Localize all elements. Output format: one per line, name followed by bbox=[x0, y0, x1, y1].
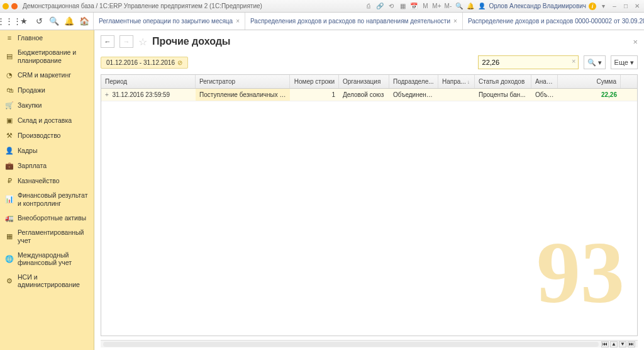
calc-icon[interactable]: ▦ bbox=[398, 2, 407, 11]
main-toolbar: ⋮⋮⋮ ★ ↺ 🔍 🔔 🏠 Регламентные операции по з… bbox=[0, 13, 644, 30]
col-registrator[interactable]: Регистратор bbox=[196, 75, 290, 88]
col-line[interactable]: Номер строки bbox=[290, 75, 339, 88]
col-sum[interactable]: Сумма bbox=[558, 75, 621, 88]
sidebar-item-production[interactable]: ⚒Производство bbox=[0, 128, 94, 143]
cart-icon: 🛒 bbox=[5, 101, 14, 110]
clear-date-icon[interactable]: ⊘ bbox=[177, 59, 182, 66]
sidebar-item-finance[interactable]: 📊Финансовый результат и контроллинг bbox=[0, 188, 94, 210]
watermark: 93 bbox=[536, 222, 625, 323]
nav-forward-button[interactable]: → bbox=[119, 35, 133, 48]
col-direction[interactable]: Напра...↓ bbox=[438, 75, 475, 88]
close-icon[interactable]: × bbox=[453, 18, 457, 25]
more-button[interactable]: Еще ▾ bbox=[611, 55, 638, 69]
app-dot-1 bbox=[3, 3, 9, 9]
nav-back-button[interactable]: ← bbox=[101, 35, 114, 48]
regulated-icon: ▦ bbox=[5, 232, 14, 241]
maximize-icon[interactable]: □ bbox=[621, 2, 630, 11]
app-dot-2 bbox=[11, 3, 18, 9]
tab-bar: Регламентные операции по закрытию месяца… bbox=[94, 13, 644, 30]
page-title: Прочие доходы bbox=[152, 36, 231, 47]
sidebar-item-assets[interactable]: 🚛Внеоборотные активы bbox=[0, 210, 94, 225]
col-income[interactable]: Статья доходов bbox=[475, 75, 531, 88]
sidebar-item-salary[interactable]: 💼Зарплата bbox=[0, 158, 94, 173]
star-icon[interactable]: ★ bbox=[19, 16, 29, 26]
scroll-down-icon[interactable]: ▼ bbox=[619, 341, 626, 347]
m-plus-icon[interactable]: M+ bbox=[432, 2, 441, 11]
minimize-icon[interactable]: – bbox=[610, 2, 619, 11]
refresh-icon[interactable]: ⟲ bbox=[387, 2, 396, 11]
scroll-last-icon[interactable]: ⏭ bbox=[628, 341, 635, 347]
sidebar-item-admin[interactable]: ⚙НСИ и администрирование bbox=[0, 270, 94, 292]
budget-icon: ▤ bbox=[5, 52, 14, 61]
window-title: Демонстрационная база / 1С:ERP Управлени… bbox=[23, 3, 262, 9]
horizontal-scrollbar[interactable]: ⏮ ▲ ▼ ⏭ bbox=[101, 340, 638, 347]
scroll-track[interactable] bbox=[103, 342, 599, 347]
cell-registrator: Поступление безналичных ДС ... bbox=[196, 89, 290, 101]
tab-closing-ops[interactable]: Регламентные операции по закрытию месяца… bbox=[94, 13, 245, 30]
sidebar-item-purchase[interactable]: 🛒Закупки bbox=[0, 98, 94, 113]
warehouse-icon: ▣ bbox=[5, 116, 14, 125]
close-icon[interactable]: × bbox=[236, 18, 240, 25]
link-icon[interactable]: 🔗 bbox=[375, 2, 384, 11]
col-period[interactable]: Период bbox=[101, 75, 196, 88]
sidebar-item-budget[interactable]: ▤Бюджетирование и планирование bbox=[0, 45, 94, 67]
table-body: + 31.12.2016 23:59:59 Поступление безнал… bbox=[101, 89, 637, 336]
col-analytics[interactable]: Анали... bbox=[531, 75, 558, 88]
current-user[interactable]: Орлов Александр Владимирович bbox=[489, 3, 586, 9]
chart-icon: 📊 bbox=[5, 195, 14, 204]
cell-period: + 31.12.2016 23:59:59 bbox=[101, 89, 196, 101]
expand-icon[interactable]: + bbox=[105, 91, 109, 98]
hr-icon: 👤 bbox=[5, 146, 14, 155]
table-row[interactable]: + 31.12.2016 23:59:59 Поступление безнал… bbox=[101, 89, 637, 101]
col-dept[interactable]: Подразделе... bbox=[389, 75, 438, 88]
sidebar-item-regulated[interactable]: ▦Регламентированный учет bbox=[0, 225, 94, 247]
print-icon[interactable]: ⎙ bbox=[364, 2, 373, 11]
sidebar-item-hr[interactable]: 👤Кадры bbox=[0, 143, 94, 158]
scroll-up-icon[interactable]: ▲ bbox=[610, 341, 618, 347]
cell-sum: 22,26 bbox=[558, 89, 621, 101]
zoom-icon[interactable]: 🔍 bbox=[455, 2, 464, 11]
sidebar-item-intl[interactable]: 🌐Международный финансовый учет bbox=[0, 248, 94, 270]
history-icon[interactable]: ↺ bbox=[34, 16, 44, 26]
cell-anal: Объе... bbox=[531, 89, 558, 101]
scroll-first-icon[interactable]: ⏮ bbox=[601, 341, 609, 347]
tab-income-doc[interactable]: Распределение доходов и расходов 0000-00… bbox=[463, 13, 644, 30]
close-window-icon[interactable]: ✕ bbox=[633, 2, 641, 11]
notifications-icon[interactable]: 🔔 bbox=[64, 16, 74, 26]
search-tool-icon[interactable]: 🔍 bbox=[49, 16, 59, 26]
date-filter-chip[interactable]: 01.12.2016 - 31.12.2016 ⊘ bbox=[101, 57, 188, 69]
clear-search-icon[interactable]: × bbox=[572, 57, 575, 65]
sales-icon: 🛍 bbox=[5, 86, 14, 94]
sidebar-item-treasury[interactable]: ₽Казначейство bbox=[0, 173, 94, 188]
search-input[interactable] bbox=[478, 55, 579, 69]
data-table: Период Регистратор Номер строки Организа… bbox=[101, 74, 638, 336]
info-icon[interactable]: i bbox=[589, 3, 596, 10]
m-minus-icon[interactable]: M- bbox=[443, 2, 452, 11]
sidebar-item-sales[interactable]: 🛍Продажи bbox=[0, 82, 94, 98]
gear-icon: ⚙ bbox=[5, 276, 14, 285]
content-area: ← → ☆ Прочие доходы × 01.12.2016 - 31.12… bbox=[94, 30, 644, 350]
window-titlebar: Демонстрационная база / 1С:ERP Управлени… bbox=[0, 0, 644, 13]
bell-icon[interactable]: 🔔 bbox=[466, 2, 475, 11]
user-icon: 👤 bbox=[477, 2, 486, 11]
truck-icon: 🚛 bbox=[5, 213, 14, 222]
dropdown-icon[interactable]: ▾ bbox=[599, 2, 608, 11]
sidebar-item-warehouse[interactable]: ▣Склад и доставка bbox=[0, 113, 94, 128]
cell-dept: Объединенн... bbox=[389, 89, 438, 101]
sidebar-item-main[interactable]: ≡Главное bbox=[0, 30, 94, 45]
tab-income-distribution[interactable]: Распределения доходов и расходов по напр… bbox=[245, 13, 463, 30]
cell-income: Проценты бан... bbox=[475, 89, 531, 101]
sidebar-item-crm[interactable]: ◔CRM и маркетинг bbox=[0, 67, 94, 82]
search-button[interactable]: 🔍 ▾ bbox=[584, 55, 606, 69]
cell-org: Деловой союз bbox=[339, 89, 389, 101]
navigation-sidebar: ≡Главное ▤Бюджетирование и планирование … bbox=[0, 30, 94, 350]
close-page-icon[interactable]: × bbox=[633, 37, 638, 47]
m-icon[interactable]: M bbox=[421, 2, 430, 11]
home-icon[interactable]: 🏠 bbox=[79, 16, 89, 26]
favorite-star-icon[interactable]: ☆ bbox=[138, 36, 147, 48]
cell-line: 1 bbox=[290, 89, 339, 101]
treasury-icon: ₽ bbox=[5, 176, 14, 185]
col-org[interactable]: Организация bbox=[339, 75, 389, 88]
apps-icon[interactable]: ⋮⋮⋮ bbox=[4, 16, 14, 26]
calendar-icon[interactable]: 📅 bbox=[409, 2, 418, 11]
